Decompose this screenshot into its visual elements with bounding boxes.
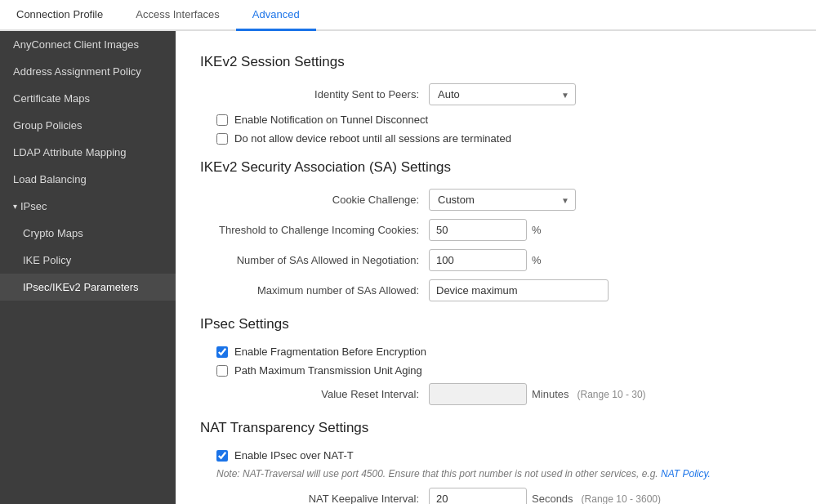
nat-keepalive-label: NAT Keepalive Interval: (200, 493, 429, 504)
cookie-challenge-row: Cookie Challenge: Custom Always Never (200, 189, 791, 211)
threshold-row: Threshold to Challenge Incoming Cookies:… (200, 219, 791, 241)
nat-policy-link[interactable]: NAT Policy. (661, 468, 711, 479)
nat-keepalive-unit: Seconds (532, 493, 573, 504)
sidebar-item-ipsec-ikev2-parameters[interactable]: IPsec/IKEv2 Parameters (0, 274, 176, 301)
num-sas-row: Number of SAs Allowed in Negotiation: % (200, 249, 791, 271)
nat-keepalive-row: NAT Keepalive Interval: Seconds (Range 1… (200, 488, 791, 504)
cookie-challenge-select-wrapper: Custom Always Never (429, 189, 576, 211)
nat-transparency-heading: NAT Transparency Settings (200, 420, 791, 436)
sidebar-item-certificate-maps[interactable]: Certificate Maps (0, 85, 176, 112)
sidebar-item-group-policies[interactable]: Group Policies (0, 112, 176, 139)
sidebar-item-load-balancing[interactable]: Load Balancing (0, 166, 176, 193)
enable-ipsec-nat-label: Enable IPsec over NAT-T (234, 449, 354, 462)
cookie-challenge-control: Custom Always Never (429, 189, 576, 211)
path-mtu-label: Path Maximum Transmission Unit Aging (234, 364, 422, 377)
path-mtu-row: Path Maximum Transmission Unit Aging (216, 364, 791, 377)
value-reset-input[interactable] (429, 383, 527, 405)
num-sas-input[interactable] (429, 249, 527, 271)
enable-fragmentation-row: Enable Fragmentation Before Encryption (216, 346, 791, 358)
identity-select-wrapper: Auto DN FQDN IP-Address (429, 83, 576, 105)
enable-fragmentation-checkbox[interactable] (216, 346, 228, 358)
enable-ipsec-nat-checkbox[interactable] (216, 450, 228, 462)
tab-access-interfaces[interactable]: Access Interfaces (119, 0, 236, 31)
ipsec-settings-heading: IPsec Settings (200, 316, 791, 332)
nat-note: Note: NAT-Traversal will use port 4500. … (216, 468, 791, 479)
nat-note-text: Note: NAT-Traversal will use port 4500. … (216, 468, 658, 479)
sidebar-group-ipsec[interactable]: ▾ IPsec (0, 193, 176, 220)
sidebar-item-ike-policy[interactable]: IKE Policy (0, 247, 176, 274)
ikev2-session-heading: IKEv2 Session Settings (200, 54, 791, 70)
nat-keepalive-control: Seconds (Range 10 - 3600) (429, 488, 661, 504)
value-reset-range: (Range 10 - 30) (577, 389, 646, 400)
threshold-label: Threshold to Challenge Incoming Cookies: (200, 224, 429, 236)
num-sas-unit: % (532, 254, 542, 266)
nat-keepalive-input[interactable] (429, 488, 527, 504)
enable-notification-label: Enable Notification on Tunnel Disconnect (234, 114, 428, 126)
identity-row: Identity Sent to Peers: Auto DN FQDN IP-… (200, 83, 791, 105)
enable-notification-checkbox[interactable] (216, 114, 228, 126)
max-sas-row: Maximum number of SAs Allowed: (200, 279, 791, 301)
value-reset-label: Value Reset Interval: (200, 388, 429, 400)
no-reboot-checkbox[interactable] (216, 133, 228, 145)
no-reboot-row: Do not allow device reboot until all ses… (216, 132, 791, 145)
num-sas-label: Number of SAs Allowed in Negotiation: (200, 254, 429, 266)
identity-select[interactable]: Auto DN FQDN IP-Address (429, 83, 576, 105)
identity-label: Identity Sent to Peers: (200, 88, 429, 100)
max-sas-control (429, 279, 609, 301)
top-tabs: Connection Profile Access Interfaces Adv… (0, 0, 816, 31)
value-reset-control: Minutes (Range 10 - 30) (429, 383, 646, 405)
enable-ipsec-nat-row: Enable IPsec over NAT-T (216, 449, 791, 462)
identity-control: Auto DN FQDN IP-Address (429, 83, 576, 105)
main-layout: AnyConnect Client Images Address Assignm… (0, 31, 816, 504)
enable-fragmentation-label: Enable Fragmentation Before Encryption (234, 346, 426, 358)
cookie-challenge-label: Cookie Challenge: (200, 194, 429, 206)
num-sas-control: % (429, 249, 542, 271)
tab-connection-profile[interactable]: Connection Profile (0, 0, 119, 31)
sidebar-item-address-assignment-policy[interactable]: Address Assignment Policy (0, 58, 176, 85)
sidebar-item-ldap-attribute-mapping[interactable]: LDAP Attribute Mapping (0, 139, 176, 166)
sidebar-item-anyconnect-client-images[interactable]: AnyConnect Client Images (0, 31, 176, 58)
sidebar-item-crypto-maps[interactable]: Crypto Maps (0, 220, 176, 247)
value-reset-row: Value Reset Interval: Minutes (Range 10 … (200, 383, 791, 405)
cookie-challenge-select[interactable]: Custom Always Never (429, 189, 576, 211)
max-sas-input[interactable] (429, 279, 609, 301)
threshold-unit: % (532, 224, 542, 236)
enable-notification-row: Enable Notification on Tunnel Disconnect (216, 114, 791, 126)
chevron-down-icon: ▾ (13, 202, 17, 211)
threshold-input[interactable] (429, 219, 527, 241)
max-sas-label: Maximum number of SAs Allowed: (200, 284, 429, 297)
no-reboot-label: Do not allow device reboot until all ses… (234, 132, 511, 145)
threshold-control: % (429, 219, 542, 241)
nat-keepalive-range: (Range 10 - 3600) (582, 493, 661, 505)
tab-advanced[interactable]: Advanced (236, 0, 316, 31)
value-reset-unit: Minutes (532, 388, 569, 400)
ikev2-sa-heading: IKEv2 Security Association (SA) Settings (200, 159, 791, 176)
path-mtu-checkbox[interactable] (216, 365, 228, 377)
content-area: IKEv2 Session Settings Identity Sent to … (176, 31, 816, 504)
sidebar: AnyConnect Client Images Address Assignm… (0, 31, 176, 504)
sidebar-group-ipsec-label: IPsec (20, 200, 47, 212)
